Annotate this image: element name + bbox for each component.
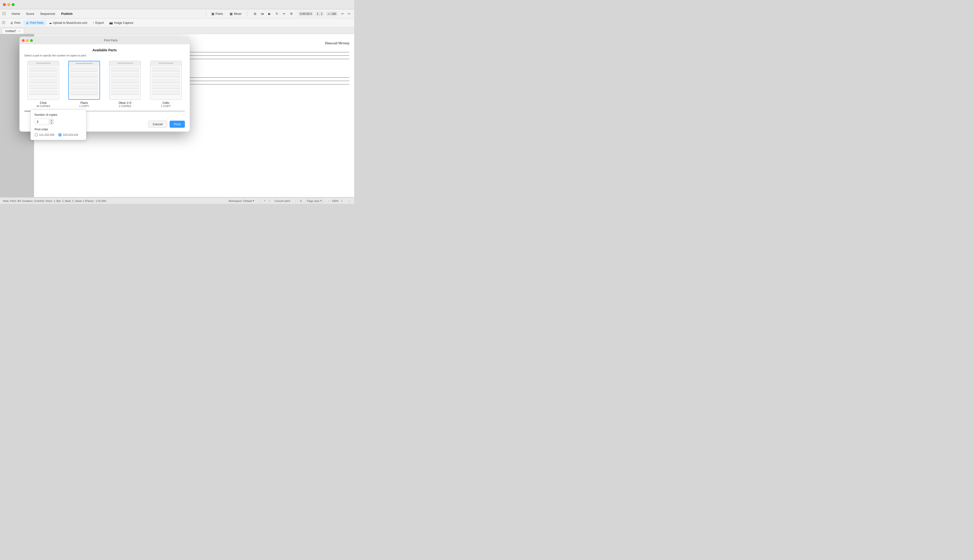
dialog-section-title: Available Parts [24, 48, 185, 52]
page-icon: 🗋 [300, 200, 302, 202]
note-info: Note; Pitch: B4; Duration: Crotchet; Voi… [3, 200, 106, 202]
radio-collated-circle [35, 133, 38, 137]
fullscreen-button[interactable] [12, 3, 15, 6]
upload-label: Upload to MuseScore.com [53, 21, 87, 25]
part-thumbnail-piano [68, 61, 100, 100]
tab-close-button[interactable]: × [18, 30, 21, 33]
status-divider1 [260, 198, 260, 203]
minimize-button[interactable] [7, 3, 10, 6]
radio-uncollated-label: 123-123-123 [63, 133, 78, 136]
workspace-button[interactable]: Workspace: Default ▾ [227, 199, 256, 203]
dialog-title-bar: Print Parts [20, 37, 190, 44]
radio-uncollated-circle [58, 133, 62, 137]
tuning-icon: ♩ [269, 199, 270, 202]
menu-right-section: ▦ Parts ▦ Mixer ⊞ ⏮ ▶ ↻ ✏ ⚙ 0:00:00.0 1 … [205, 11, 352, 17]
zoom-out-button[interactable]: − [327, 199, 331, 203]
mixer-button[interactable]: ▦ Mixer [227, 11, 244, 17]
dialog-subtitle: Select a part to specify the number of c… [24, 54, 185, 57]
parts-button[interactable]: ▦ Parts [209, 11, 225, 17]
menu-item-home[interactable]: Home [9, 11, 23, 17]
traffic-lights [3, 3, 15, 6]
status-right: Workspace: Default ▾ ✓ ♩ Concert pitch 🗋… [227, 198, 351, 203]
workspace-chevron-icon: ▾ [253, 199, 254, 202]
part-card-piano[interactable]: Piano 1 COPY [65, 61, 103, 108]
dialog-fullscreen-button[interactable] [30, 39, 33, 42]
part-name-cello: Cello [163, 101, 169, 105]
loop-button[interactable]: ↻ [274, 11, 280, 17]
print-parts-button[interactable]: 🖨 Print Parts [23, 20, 46, 25]
parts-icon: ▦ [212, 12, 214, 15]
divider [206, 12, 206, 16]
undo-button[interactable]: ↩ [340, 11, 345, 17]
stepper-up[interactable]: ▲ [50, 119, 53, 122]
export-button[interactable]: ↑ Export [90, 20, 106, 25]
zoom-level: 100% [332, 200, 338, 202]
part-name-piano: Piano [80, 101, 88, 105]
image-capture-label: Image Capture [114, 21, 133, 25]
part-thumbnail-choir [27, 61, 59, 100]
menu-item-sequencer[interactable]: Sequencer [38, 11, 58, 17]
copies-label: Number of copies [35, 113, 82, 117]
page-view-button[interactable]: Page view ▾ [305, 198, 323, 203]
dialog-minimize-button[interactable] [26, 39, 29, 42]
stepper-arrows: ▲ ▼ [50, 119, 53, 125]
image-capture-button[interactable]: 📷 Image Capture [107, 20, 136, 25]
zoom-controls: − 100% + [327, 199, 344, 203]
position-display: 1 . 1 [315, 12, 324, 16]
zoom-in-button[interactable]: + [340, 199, 344, 203]
more-options-button[interactable]: ··· [347, 199, 351, 203]
part-card-choir[interactable]: Choir 40 COPIES [24, 61, 62, 108]
dialog-close-button[interactable] [22, 39, 25, 42]
close-button[interactable] [3, 3, 6, 6]
mixer-label: Mixer [234, 12, 242, 15]
time-display: 0:00:00.0 [298, 12, 313, 16]
cancel-button[interactable]: Cancel [148, 121, 167, 128]
dialog-body: Available Parts Select a part to specify… [20, 44, 190, 121]
stepper-down[interactable]: ▼ [50, 122, 53, 125]
camera-icon: 📷 [109, 21, 113, 25]
settings-button[interactable]: ⚙ [288, 11, 294, 17]
status-bar: Note; Pitch: B4; Duration: Crotchet; Voi… [0, 198, 354, 204]
radio-uncollated[interactable]: 123-123-123 [58, 133, 78, 137]
copies-stepper: ▲ ▼ [35, 118, 82, 125]
radio-collated[interactable]: 111-222-333 [35, 133, 54, 137]
part-card-cello[interactable]: Cello 1 COPY [147, 61, 185, 108]
play-button[interactable]: ▶ [267, 11, 272, 17]
transport-section: ⊞ ⏮ ▶ ↻ ✏ ⚙ [250, 11, 296, 17]
tab-untitled[interactable]: Untitled* × [2, 28, 24, 34]
print-icon: 🖨 [10, 21, 13, 25]
part-copies-choir: 40 COPIES [37, 105, 50, 108]
checkmark-icon: ✓ [264, 199, 266, 202]
tab-name: Untitled* [5, 30, 16, 33]
print-button-dialog[interactable]: Print [170, 121, 185, 128]
part-thumbnail-oboe [109, 61, 141, 100]
menu-item-publish[interactable]: Publish [59, 11, 75, 17]
radio-collated-label: 111-222-333 [39, 133, 54, 136]
edit-button[interactable]: ✏ [281, 11, 287, 17]
part-card-oboe[interactable]: Oboe 1+2 2 COPIES [106, 61, 144, 108]
part-name-oboe: Oboe 1+2 [118, 101, 132, 105]
part-copies-oboe: 2 COPIES [119, 105, 132, 108]
upload-button[interactable]: ☁ Upload to MuseScore.com [47, 20, 90, 25]
tempo-display: ♩= 180 [326, 12, 338, 16]
dialog-title: Print Parts [34, 39, 187, 42]
toolbar-grip-icon [2, 21, 6, 25]
parts-label: Parts [215, 12, 223, 15]
rewind-button[interactable]: ⏮ [259, 11, 265, 17]
upload-icon: ☁ [49, 21, 52, 25]
publish-toolbar: 🖨 Print 🖨 Print Parts ☁ Upload to MuseSc… [0, 18, 354, 27]
part-copies-piano: 1 COPY [79, 105, 89, 108]
parts-grid: Choir 40 COPIES [24, 61, 185, 108]
menu-item-score[interactable]: Score [23, 11, 37, 17]
grid-icon-btn[interactable]: ⊞ [252, 11, 258, 17]
tab-bar: Untitled* × [0, 27, 354, 34]
concert-pitch-button[interactable]: Concert pitch [273, 199, 292, 203]
page-view-chevron-icon: ▾ [320, 199, 322, 202]
copies-input[interactable] [35, 118, 49, 125]
workspace-label: Workspace: Default [228, 200, 252, 202]
concert-pitch-label: Concert pitch [274, 200, 290, 202]
print-button[interactable]: 🖨 Print [8, 20, 23, 25]
redo-button[interactable]: ↪ [346, 11, 352, 17]
title-bar [0, 0, 354, 9]
main-content: Николай Метнер 𝄞 лись, цвет по - 𝄢 блек-… [0, 34, 354, 197]
